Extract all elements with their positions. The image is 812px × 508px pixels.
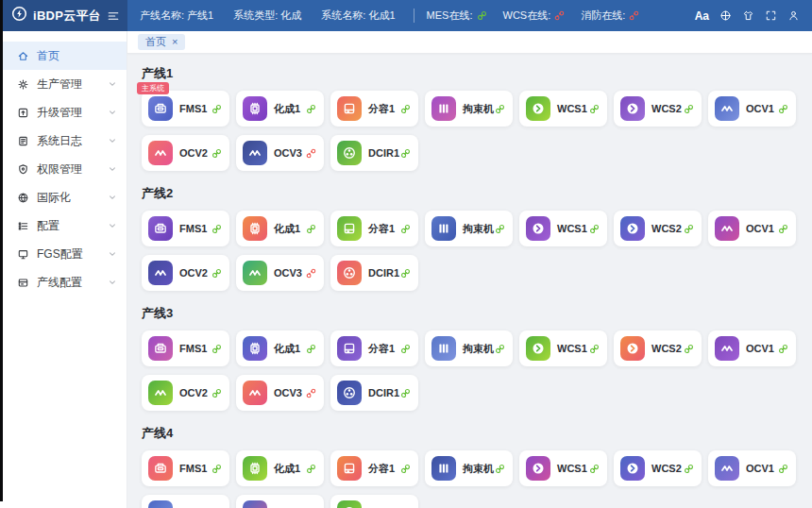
tab-home[interactable]: 首页 × xyxy=(138,34,185,50)
production-line-section: 产线1 FMS1 主系统 化成1 分容1 拘束机 WCS1 WCS2 OCV1 xyxy=(142,65,798,171)
theme-button[interactable] xyxy=(742,9,754,22)
system-card[interactable]: 化成1 xyxy=(236,450,324,486)
system-card[interactable]: WCS1 xyxy=(519,211,607,246)
link-icon xyxy=(400,224,411,234)
sidebar-item-home[interactable]: 首页 xyxy=(0,42,127,70)
system-card[interactable]: 分容1 xyxy=(330,211,418,246)
system-card[interactable]: 拘束机 xyxy=(425,450,513,486)
system-card[interactable]: WCS2 xyxy=(614,450,702,486)
system-card[interactable]: DCIR1 xyxy=(330,495,418,508)
system-card[interactable]: WCS1 xyxy=(519,91,607,127)
system-card[interactable]: FMS1 xyxy=(142,330,229,366)
sidebar-item-production[interactable]: 生产管理 xyxy=(0,70,127,98)
user-button[interactable] xyxy=(787,9,800,22)
link-icon xyxy=(400,148,411,159)
sidebar-item-upgrade[interactable]: 升级管理 xyxy=(0,98,127,127)
chevron-down-icon xyxy=(108,136,117,145)
system-name: OCV2 xyxy=(179,267,211,279)
system-card[interactable]: WCS1 xyxy=(519,330,607,366)
system-card[interactable]: 化成1 xyxy=(236,91,324,127)
system-name: 分容1 xyxy=(368,222,400,236)
sidebar-item-fgs[interactable]: FGS配置 xyxy=(0,240,127,268)
font-size-button[interactable]: Aa xyxy=(695,10,709,22)
primary-system-badge: 主系统 xyxy=(137,82,169,94)
language-button[interactable] xyxy=(719,9,732,22)
link-icon xyxy=(211,148,222,159)
system-card[interactable]: OCV3 xyxy=(236,375,324,411)
system-card[interactable]: 拘束机 xyxy=(425,211,513,246)
system-card[interactable]: OCV1 xyxy=(708,91,796,127)
system-card[interactable]: DCIR1 xyxy=(330,255,418,291)
system-name: OCV2 xyxy=(179,387,211,398)
system-card[interactable]: 化成1 xyxy=(236,211,324,246)
system-name: FMS1 xyxy=(179,223,211,234)
link-icon xyxy=(778,104,788,114)
chevron-down-icon xyxy=(108,278,117,287)
link-icon xyxy=(306,344,316,354)
link-icon xyxy=(495,464,505,474)
link-icon xyxy=(778,464,788,474)
system-name: OCV1 xyxy=(746,103,778,114)
system-card[interactable]: OCV1 xyxy=(708,211,796,246)
sidebar-item-permission[interactable]: 权限管理 xyxy=(0,155,127,183)
system-card[interactable]: 分容1 xyxy=(330,330,418,366)
system-card[interactable]: WCS1 xyxy=(519,450,607,486)
system-card[interactable]: 分容1 xyxy=(330,91,418,127)
chevron-down-icon xyxy=(108,79,117,89)
production-lines: 产线1 FMS1 主系统 化成1 分容1 拘束机 WCS1 WCS2 OCV1 xyxy=(127,54,812,508)
collapse-menu-icon[interactable] xyxy=(107,9,120,23)
wcs-icon xyxy=(620,456,645,481)
system-name: OCV2 xyxy=(179,147,211,159)
fullscreen-button[interactable] xyxy=(765,9,777,22)
chip-icon xyxy=(243,96,267,121)
system-card[interactable]: FMS1 主系统 xyxy=(142,91,229,127)
system-card[interactable]: 拘束机 xyxy=(425,330,513,366)
home-icon xyxy=(17,50,29,62)
chevron-down-icon xyxy=(108,221,117,230)
dcir-icon xyxy=(337,261,362,285)
system-card[interactable]: OCV2 xyxy=(142,375,229,411)
system-name: OCV1 xyxy=(746,463,778,474)
system-name: 拘束机 xyxy=(463,462,495,476)
chevron-down-icon xyxy=(108,108,117,117)
production-icon xyxy=(17,78,29,91)
system-card[interactable]: 分容1 xyxy=(330,450,418,486)
tab-close-icon[interactable]: × xyxy=(172,37,178,47)
system-card[interactable]: FMS1 xyxy=(142,211,229,246)
system-card[interactable]: OCV1 xyxy=(708,330,796,366)
content-area: 首页 × 产线1 FMS1 主系统 化成1 分容1 拘束机 WCS1 WCS2 xyxy=(127,31,812,508)
production-line-section: 产线2 FMS1 化成1 分容1 拘束机 WCS1 WCS2 OCV1 xyxy=(142,185,798,291)
system-name: 化成1 xyxy=(274,462,306,476)
system-name: DCIR1 xyxy=(368,267,400,279)
sidebar-item-log[interactable]: 系统日志 xyxy=(0,127,127,155)
system-card[interactable]: OCV1 xyxy=(708,450,796,486)
window-left-edge xyxy=(0,0,3,501)
system-card[interactable]: FMS1 xyxy=(142,450,229,486)
app-title: iBDP云平台 xyxy=(33,8,101,25)
system-card[interactable]: 化成1 xyxy=(236,330,324,366)
system-card[interactable]: OCV2 xyxy=(142,135,229,171)
system-card[interactable]: DCIR1 xyxy=(330,375,418,411)
sidebar-item-lineconfig[interactable]: 产线配置 xyxy=(0,268,127,296)
system-card[interactable]: OCV2 xyxy=(142,255,229,291)
sidebar-item-config[interactable]: 配置 xyxy=(0,212,127,240)
system-card[interactable]: OCV3 xyxy=(236,255,324,291)
sidebar-item-i18n[interactable]: 国际化 xyxy=(0,183,127,212)
system-name: OCV3 xyxy=(274,147,306,159)
system-card[interactable]: OCV3 xyxy=(236,495,324,508)
books-icon xyxy=(431,456,456,481)
header-status-item: MES在线: xyxy=(427,8,487,23)
system-name: 拘束机 xyxy=(463,342,495,356)
system-card[interactable]: DCIR1 xyxy=(330,135,418,171)
link-icon xyxy=(211,344,222,354)
system-card[interactable]: WCS2 xyxy=(614,330,702,366)
system-card[interactable]: WCS2 xyxy=(614,91,702,127)
system-card[interactable]: OCV2 xyxy=(142,495,229,508)
system-card[interactable]: WCS2 xyxy=(614,211,702,246)
logo-icon xyxy=(11,6,27,25)
chip-icon xyxy=(243,216,267,241)
system-card[interactable]: OCV3 xyxy=(236,135,324,171)
link-icon xyxy=(400,268,411,279)
system-name: 拘束机 xyxy=(463,222,495,236)
system-card[interactable]: 拘束机 xyxy=(425,91,513,127)
